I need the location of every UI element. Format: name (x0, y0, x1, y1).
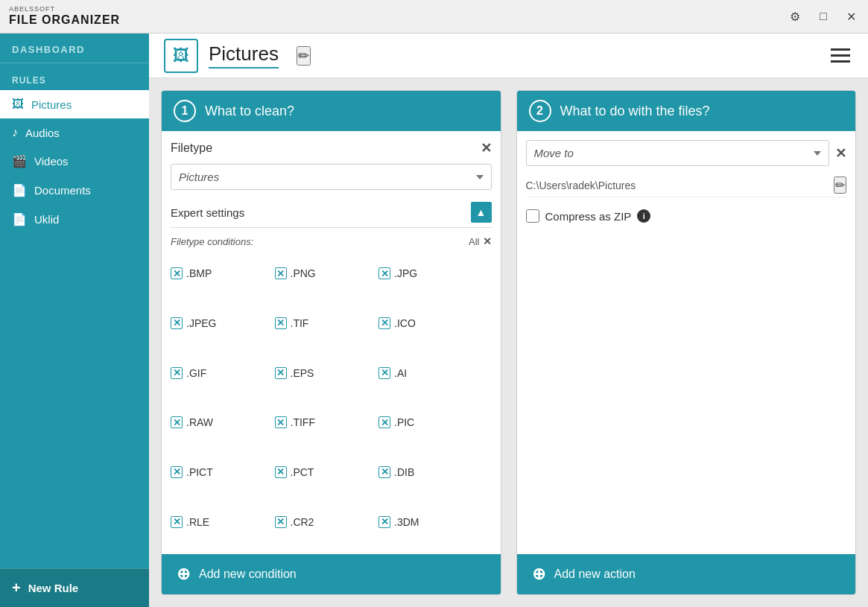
close-button[interactable]: ✕ (843, 7, 859, 27)
path-text: C:\Users\radek\Pictures (526, 179, 636, 191)
add-condition-button[interactable]: ⊕ Add new condition (162, 554, 501, 594)
filetype-remove-button[interactable]: ✕ (171, 317, 183, 329)
filetype-remove-button[interactable]: ✕ (275, 267, 287, 279)
panel1-body: Filetype ✕ Pictures Expert settings ▲ (162, 131, 501, 554)
filetype-remove-button[interactable]: ✕ (171, 516, 183, 528)
conditions-label: Filetype conditions: (171, 236, 253, 247)
new-rule-button[interactable]: + New Rule (0, 568, 149, 607)
filetype-remove-button[interactable]: ✕ (378, 317, 390, 329)
header-icon-box: 🖼 (164, 39, 198, 73)
audios-icon: ♪ (12, 126, 18, 139)
filetype-remove-button[interactable]: ✕ (171, 416, 183, 428)
sidebar: DASHBOARD RULES 🖼 Pictures ♪ Audios 🎬 Vi… (0, 34, 149, 607)
sidebar-item-label-uklid: Uklid (34, 213, 59, 226)
filetype-remove-button[interactable]: ✕ (378, 466, 390, 478)
panel1-footer: ⊕ Add new condition (162, 554, 501, 594)
list-item: ✕.PCT (275, 449, 373, 496)
filetype-label-text: .PNG (291, 267, 316, 279)
filetype-remove-button[interactable]: ✕ (275, 367, 287, 379)
panel2-body: Move to ✕ C:\Users\radek\Pictures ✏ Comp… (517, 131, 856, 554)
filetype-remove-button[interactable]: ✕ (378, 267, 390, 279)
hamburger-line-3 (831, 60, 850, 63)
header-menu-button[interactable] (828, 45, 853, 66)
logo-top: ABELSSOFT (9, 6, 120, 13)
list-item: ✕.JPEG (171, 300, 269, 347)
maximize-button[interactable]: □ (817, 7, 830, 27)
compress-info-icon[interactable]: i (637, 209, 650, 223)
documents-icon: 📄 (12, 183, 27, 197)
action-dropdown[interactable]: Move to (526, 140, 830, 166)
filetype-remove-button[interactable]: ✕ (275, 416, 287, 428)
filetype-remove-button[interactable]: ✕ (275, 317, 287, 329)
filetype-label-text: .TIFF (291, 416, 315, 428)
pictures-icon: 🖼 (12, 98, 24, 111)
titlebar: ABELSSOFT FILE ORGANIZER ⚙ □ ✕ (0, 0, 868, 34)
add-condition-label: Add new condition (199, 568, 297, 581)
filetype-remove-button[interactable]: ✕ (378, 516, 390, 528)
sidebar-item-label-pictures: Pictures (31, 98, 72, 111)
all-label: All (469, 236, 479, 247)
list-item: ✕.GIF (171, 349, 269, 396)
filetype-remove-button[interactable]: ✕ (171, 367, 183, 379)
panel1-header: 1 What to clean? (162, 91, 501, 131)
filetype-label-text: .TIF (291, 317, 309, 329)
filetype-label-text: .CR2 (291, 516, 314, 528)
list-item: ✕.RAW (171, 399, 269, 446)
filetype-label-text: .PCT (291, 466, 314, 478)
filetype-label-text: .GIF (186, 367, 206, 379)
filetype-dropdown[interactable]: Pictures (171, 164, 492, 190)
window-controls: ⚙ □ ✕ (787, 7, 859, 27)
sidebar-divider-1 (0, 63, 149, 63)
filetype-remove-button[interactable]: ✕ (171, 267, 183, 279)
header-edit-button[interactable]: ✏ (297, 46, 311, 66)
compress-checkbox[interactable] (526, 209, 539, 223)
settings-button[interactable]: ⚙ (787, 7, 803, 27)
panel1-title: What to clean? (205, 104, 294, 119)
filetypes-grid-wrapper: ✕.BMP✕.PNG✕.JPG✕.JPEG✕.TIF✕.ICO✕.GIF✕.EP… (171, 250, 492, 545)
filetype-remove-button[interactable]: ✕ (171, 466, 183, 478)
content-area: 🖼 Pictures ✏ 1 What to clean? (149, 34, 868, 607)
sidebar-item-audios[interactable]: ♪ Audios (0, 118, 149, 147)
path-edit-button[interactable]: ✏ (834, 177, 846, 194)
filetype-label-text: .DIB (394, 466, 414, 478)
add-action-button[interactable]: ⊕ Add new action (517, 554, 856, 594)
filetype-close-button[interactable]: ✕ (481, 140, 492, 156)
list-item: ✕.DIB (378, 449, 477, 496)
expert-settings-label: Expert settings (171, 206, 244, 219)
all-close-button[interactable]: ✕ (483, 235, 492, 247)
conditions-area: Filetype conditions: All ✕ ✕.BMP✕.PNG✕.J… (171, 235, 492, 545)
list-item: ✕.BMP (171, 250, 269, 297)
action-dropdown-row: Move to ✕ (526, 140, 847, 166)
filetype-remove-button[interactable]: ✕ (275, 466, 287, 478)
sidebar-item-documents[interactable]: 📄 Documents (0, 176, 149, 205)
action-close-button[interactable]: ✕ (835, 145, 846, 162)
sidebar-item-videos[interactable]: 🎬 Videos (0, 147, 149, 176)
list-item: ✕.TIF (275, 300, 373, 347)
filetype-label-text: .JPG (394, 267, 417, 279)
filetype-label-text: .RLE (186, 516, 209, 528)
sidebar-item-pictures[interactable]: 🖼 Pictures (0, 90, 149, 118)
list-item: ✕.JPG (378, 250, 477, 297)
add-action-label: Add new action (554, 568, 636, 581)
panels-area: 1 What to clean? Filetype ✕ Pictures (149, 78, 868, 607)
list-item: ✕.PICT (171, 449, 269, 496)
filetype-label-text: .ICO (394, 317, 416, 329)
logo-bottom: FILE ORGANIZER (9, 13, 120, 27)
expert-settings-header: Expert settings ▲ (171, 197, 492, 228)
expert-toggle-button[interactable]: ▲ (471, 202, 492, 223)
list-item: ✕.RLE (171, 498, 269, 545)
filetype-remove-button[interactable]: ✕ (378, 416, 390, 428)
hamburger-line-2 (831, 54, 850, 57)
conditions-header: Filetype conditions: All ✕ (171, 235, 492, 250)
panel2-number: 2 (529, 100, 551, 122)
filetype-remove-button[interactable]: ✕ (275, 516, 287, 528)
dashboard-label: DASHBOARD (0, 34, 149, 63)
filetypes-grid: ✕.BMP✕.PNG✕.JPG✕.JPEG✕.TIF✕.ICO✕.GIF✕.EP… (171, 250, 492, 545)
filetype-label-text: .JPEG (186, 317, 216, 329)
sidebar-spacer (0, 234, 149, 568)
list-item: ✕.AI (378, 349, 477, 396)
sidebar-item-uklid[interactable]: 📄 Uklid (0, 205, 149, 234)
compress-label: Compress as ZIP (545, 210, 632, 223)
filetype-label-text: .PIC (394, 416, 414, 428)
filetype-remove-button[interactable]: ✕ (378, 367, 390, 379)
